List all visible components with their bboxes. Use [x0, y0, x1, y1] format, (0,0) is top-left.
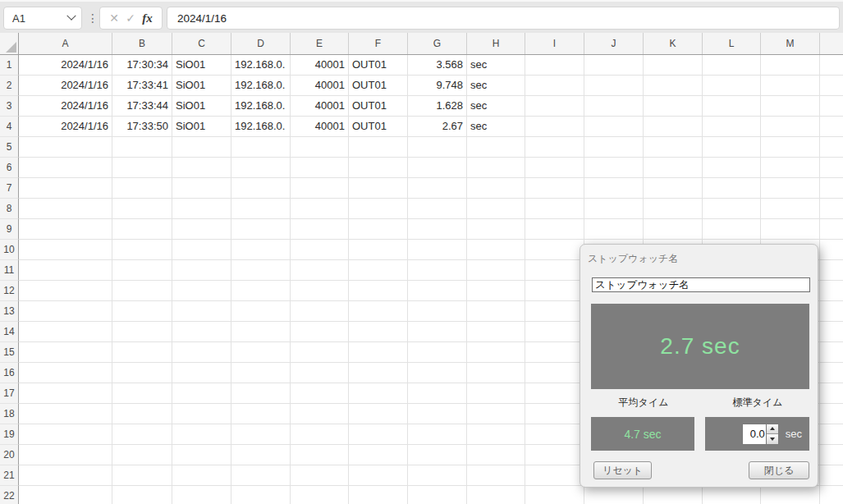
- cell-H17[interactable]: [467, 383, 525, 404]
- cell-I9[interactable]: [525, 219, 584, 240]
- cell-H5[interactable]: [467, 137, 525, 158]
- cell-A12[interactable]: [19, 281, 112, 301]
- cell-D2[interactable]: 192.168.0.: [231, 76, 291, 96]
- cell-F18[interactable]: [349, 404, 408, 424]
- cell-G7[interactable]: [408, 178, 467, 199]
- column-header-G[interactable]: G: [408, 33, 467, 54]
- cell-D6[interactable]: [231, 158, 291, 178]
- cell-D3[interactable]: 192.168.0.: [231, 96, 291, 117]
- stopwatch-name-input[interactable]: [592, 277, 810, 292]
- cell-D13[interactable]: [231, 301, 291, 322]
- cell-A3[interactable]: 2024/1/16: [19, 96, 112, 117]
- cell-C22[interactable]: [172, 486, 231, 504]
- cell-E11[interactable]: [291, 260, 349, 281]
- cell-J2[interactable]: [584, 76, 644, 96]
- cell-H20[interactable]: [467, 445, 525, 465]
- cell-E21[interactable]: [291, 465, 349, 486]
- cell-B15[interactable]: [112, 342, 172, 363]
- column-header-M[interactable]: M: [761, 33, 820, 54]
- cell-I21[interactable]: [525, 465, 584, 486]
- cell-H16[interactable]: [467, 363, 525, 383]
- cell-G19[interactable]: [408, 424, 467, 445]
- cell-A10[interactable]: [19, 240, 112, 260]
- cell-A18[interactable]: [19, 404, 112, 424]
- cell-E18[interactable]: [291, 404, 349, 424]
- cell-L2[interactable]: [703, 76, 761, 96]
- cell-J3[interactable]: [584, 96, 644, 117]
- cell-H10[interactable]: [467, 240, 525, 260]
- cell-F12[interactable]: [349, 281, 408, 301]
- cell-B21[interactable]: [112, 465, 172, 486]
- cell-H3[interactable]: sec: [467, 96, 525, 117]
- cell-C20[interactable]: [172, 445, 231, 465]
- cell-K7[interactable]: [644, 178, 703, 199]
- cell-B16[interactable]: [112, 363, 172, 383]
- cell-F21[interactable]: [349, 465, 408, 486]
- cell-B5[interactable]: [112, 137, 172, 158]
- column-header-I[interactable]: I: [525, 33, 584, 54]
- cell-K3[interactable]: [644, 96, 703, 117]
- cell-I5[interactable]: [525, 137, 584, 158]
- cell-C19[interactable]: [172, 424, 231, 445]
- standard-time-value[interactable]: 0.0: [743, 424, 766, 444]
- cell-G9[interactable]: [408, 219, 467, 240]
- cell-G20[interactable]: [408, 445, 467, 465]
- cell-D4[interactable]: 192.168.0.: [231, 117, 291, 137]
- cancel-icon[interactable]: ✕: [109, 11, 119, 25]
- row-header-11[interactable]: 11: [0, 260, 19, 281]
- cell-B13[interactable]: [112, 301, 172, 322]
- cell-D9[interactable]: [231, 219, 291, 240]
- row-header-2[interactable]: 2: [0, 76, 19, 96]
- cell-E15[interactable]: [291, 342, 349, 363]
- cell-A14[interactable]: [19, 322, 112, 342]
- cell-G14[interactable]: [408, 322, 467, 342]
- cell-H11[interactable]: [467, 260, 525, 281]
- cell-M1[interactable]: [761, 55, 820, 76]
- column-header-F[interactable]: F: [349, 33, 408, 54]
- cell-C4[interactable]: SiO01: [172, 117, 231, 137]
- cell-B17[interactable]: [112, 383, 172, 404]
- reset-button[interactable]: リセット: [593, 461, 652, 479]
- cell-M22[interactable]: [761, 486, 820, 504]
- cell-F17[interactable]: [349, 383, 408, 404]
- row-header-17[interactable]: 17: [0, 383, 19, 404]
- cell-G15[interactable]: [408, 342, 467, 363]
- cell-I2[interactable]: [525, 76, 584, 96]
- cell-D20[interactable]: [231, 445, 291, 465]
- cell-F3[interactable]: OUT01: [349, 96, 408, 117]
- cell-A9[interactable]: [19, 219, 112, 240]
- cell-A2[interactable]: 2024/1/16: [19, 76, 112, 96]
- cell-H13[interactable]: [467, 301, 525, 322]
- cell-A13[interactable]: [19, 301, 112, 322]
- cell-G17[interactable]: [408, 383, 467, 404]
- cell-C14[interactable]: [172, 322, 231, 342]
- cell-B3[interactable]: 17:33:44: [112, 96, 172, 117]
- row-header-12[interactable]: 12: [0, 281, 19, 301]
- cell-J4[interactable]: [584, 117, 644, 137]
- cell-C8[interactable]: [172, 199, 231, 219]
- cell-E20[interactable]: [291, 445, 349, 465]
- cell-C11[interactable]: [172, 260, 231, 281]
- cell-M3[interactable]: [761, 96, 820, 117]
- cell-E3[interactable]: 40001: [291, 96, 349, 117]
- cell-C17[interactable]: [172, 383, 231, 404]
- cell-F8[interactable]: [349, 199, 408, 219]
- cell-G13[interactable]: [408, 301, 467, 322]
- cell-D5[interactable]: [231, 137, 291, 158]
- cell-L7[interactable]: [703, 178, 761, 199]
- cell-E19[interactable]: [291, 424, 349, 445]
- cell-D12[interactable]: [231, 281, 291, 301]
- cell-G22[interactable]: [408, 486, 467, 504]
- cell-E5[interactable]: [291, 137, 349, 158]
- cell-K4[interactable]: [644, 117, 703, 137]
- cell-G16[interactable]: [408, 363, 467, 383]
- cell-G2[interactable]: 9.748: [408, 76, 467, 96]
- insert-function-icon[interactable]: fx: [142, 11, 153, 25]
- cell-B8[interactable]: [112, 199, 172, 219]
- cell-I1[interactable]: [525, 55, 584, 76]
- cell-D15[interactable]: [231, 342, 291, 363]
- cell-A21[interactable]: [19, 465, 112, 486]
- cell-A4[interactable]: 2024/1/16: [19, 117, 112, 137]
- column-header-B[interactable]: B: [112, 33, 172, 54]
- cell-H14[interactable]: [467, 322, 525, 342]
